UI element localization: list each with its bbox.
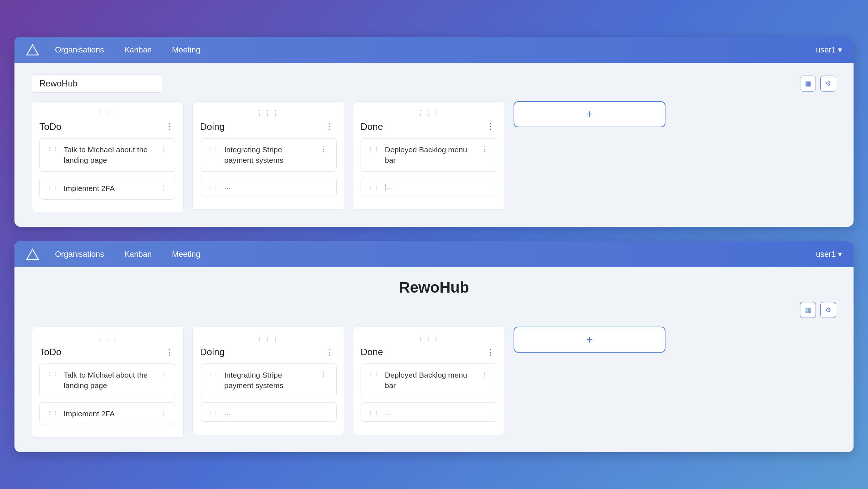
card-doing-2-1: ⋮⋮ Integrating Stripe payment systems ⋮ [200, 363, 337, 397]
nav-meeting[interactable]: Meeting [168, 42, 205, 58]
gear-icon: ⚙ [825, 306, 831, 314]
card-drag-handle[interactable]: ⋮⋮ [368, 408, 380, 416]
card-drag-handle[interactable]: ⋮⋮ [47, 370, 59, 377]
card-drag-handle[interactable]: ⋮⋮ [47, 183, 59, 190]
card-doing-1: ⋮⋮ Integrating Stripe payment systems ⋮ [200, 138, 337, 172]
add-column-button[interactable]: + [514, 101, 665, 127]
triangle-icon [26, 43, 39, 56]
card-text: Deployed Backlog menu bar [385, 144, 474, 166]
card-drag-handle[interactable]: ⋮⋮ [368, 183, 380, 190]
card-menu-button[interactable]: ⋮ [158, 408, 169, 418]
nav-organisations-2[interactable]: Organisations [51, 247, 109, 262]
column-drag-handle[interactable]: ⋮⋮⋮ [39, 109, 176, 117]
card-todo-2: ⋮⋮ Implement 2FA ⋮ [39, 177, 176, 200]
card-new-input[interactable] [385, 182, 490, 191]
column-title-todo-2: ToDo [39, 346, 61, 358]
board-header-2: RewoHub [32, 279, 836, 296]
card-drag-handle[interactable]: ⋮⋮ [208, 408, 219, 416]
logo [26, 248, 39, 261]
card-done-2-1: ⋮⋮ Deployed Backlog menu bar ⋮ [361, 363, 497, 397]
column-drag-handle[interactable]: ⋮⋮⋮ [39, 334, 176, 342]
svg-marker-0 [27, 45, 38, 55]
main-content-2: RewoHub ▦ ⚙ ⋮⋮⋮ ToDo ⋮ ⋮⋮ Talk [14, 267, 854, 452]
card-todo-2-2: ⋮⋮ Implement 2FA ⋮ [39, 402, 176, 425]
card-menu-button[interactable]: ⋮ [479, 370, 490, 379]
column-header-done: Done ⋮ [361, 121, 497, 132]
column-todo-2: ⋮⋮⋮ ToDo ⋮ ⋮⋮ Talk to Michael about the … [32, 327, 184, 438]
card-menu-button[interactable]: ⋮ [318, 370, 329, 379]
grid-view-button-2[interactable]: ▦ [800, 302, 816, 318]
card-menu-button[interactable]: ⋮ [318, 144, 329, 154]
card-menu-button[interactable]: ⋮ [158, 144, 169, 154]
column-done-2: ⋮⋮⋮ Done ⋮ ⋮⋮ Deployed Backlog menu bar … [353, 327, 505, 435]
card-menu-button[interactable]: ⋮ [158, 183, 169, 192]
column-menu-todo-2[interactable]: ⋮ [162, 347, 176, 358]
column-menu-doing[interactable]: ⋮ [323, 121, 337, 132]
board-header-1: ▦ ⚙ [32, 75, 836, 93]
nav-meeting-2[interactable]: Meeting [168, 247, 205, 262]
column-title-todo: ToDo [39, 121, 61, 132]
grid-view-button[interactable]: ▦ [800, 76, 816, 92]
card-drag-handle[interactable]: ⋮⋮ [368, 370, 380, 377]
settings-button-2[interactable]: ⚙ [820, 302, 836, 318]
board-title-heading: RewoHub [32, 279, 836, 296]
user-menu[interactable]: user1 ▾ [816, 45, 842, 55]
column-title-done: Done [361, 121, 383, 132]
column-header-todo: ToDo ⋮ [39, 121, 176, 132]
columns-container-1: ⋮⋮⋮ ToDo ⋮ ⋮⋮ Talk to Michael about the … [32, 101, 836, 212]
card-input-done-2: ⋮⋮ [361, 402, 497, 422]
column-drag-handle[interactable]: ⋮⋮⋮ [361, 334, 497, 342]
card-todo-1: ⋮⋮ Talk to Michael about the landing pag… [39, 138, 176, 172]
card-new-input[interactable] [224, 408, 329, 416]
add-column-button-2[interactable]: + [514, 327, 665, 353]
settings-button[interactable]: ⚙ [820, 76, 836, 92]
card-text: Implement 2FA [64, 408, 153, 419]
column-done-1: ⋮⋮⋮ Done ⋮ ⋮⋮ Deployed Backlog menu bar … [353, 101, 505, 210]
card-drag-handle[interactable]: ⋮⋮ [208, 183, 219, 190]
card-drag-handle[interactable]: ⋮⋮ [208, 144, 219, 152]
card-menu-button[interactable]: ⋮ [158, 370, 169, 379]
column-header-doing-2: Doing ⋮ [200, 346, 337, 358]
card-drag-handle[interactable]: ⋮⋮ [47, 144, 59, 152]
card-text: Talk to Michael about the landing page [64, 144, 153, 166]
card-input-done: ⋮⋮ [361, 177, 497, 196]
column-header-doing: Doing ⋮ [200, 121, 337, 132]
card-new-input[interactable] [224, 182, 329, 191]
column-menu-todo[interactable]: ⋮ [162, 121, 176, 132]
board-toolbar: ▦ ⚙ [800, 76, 836, 92]
chevron-down-icon: ▾ [838, 45, 842, 55]
column-doing-2: ⋮⋮⋮ Doing ⋮ ⋮⋮ Integrating Stripe paymen… [192, 327, 344, 435]
board-title-input[interactable] [32, 75, 162, 93]
logo [26, 43, 39, 56]
grid-icon: ▦ [805, 306, 811, 314]
card-text: Deployed Backlog menu bar [385, 370, 474, 391]
card-new-input[interactable] [385, 408, 490, 416]
grid-icon: ▦ [805, 80, 811, 88]
column-menu-doing-2[interactable]: ⋮ [323, 347, 337, 358]
app-window-1: Organisations Kanban Meeting user1 ▾ ▦ ⚙ [14, 37, 854, 227]
column-menu-done-2[interactable]: ⋮ [484, 347, 497, 358]
svg-marker-1 [27, 249, 38, 259]
card-drag-handle[interactable]: ⋮⋮ [47, 408, 59, 416]
card-done-1: ⋮⋮ Deployed Backlog menu bar ⋮ [361, 138, 497, 172]
nav-organisations[interactable]: Organisations [51, 42, 109, 58]
card-input-doing: ⋮⋮ [200, 177, 337, 196]
column-menu-done[interactable]: ⋮ [484, 121, 497, 132]
column-todo-1: ⋮⋮⋮ ToDo ⋮ ⋮⋮ Talk to Michael about the … [32, 101, 184, 212]
column-header-done-2: Done ⋮ [361, 346, 497, 358]
column-drag-handle[interactable]: ⋮⋮⋮ [361, 109, 497, 117]
card-text: Talk to Michael about the landing page [64, 370, 153, 391]
column-drag-handle[interactable]: ⋮⋮⋮ [200, 109, 337, 117]
nav-kanban-2[interactable]: Kanban [120, 247, 156, 262]
user-menu-2[interactable]: user1 ▾ [816, 250, 842, 259]
card-drag-handle[interactable]: ⋮⋮ [368, 144, 380, 152]
nav-kanban[interactable]: Kanban [120, 42, 156, 58]
gear-icon: ⚙ [825, 80, 831, 88]
card-menu-button[interactable]: ⋮ [479, 144, 490, 154]
column-drag-handle[interactable]: ⋮⋮⋮ [200, 334, 337, 342]
column-title-doing: Doing [200, 121, 225, 132]
card-text: Implement 2FA [64, 183, 153, 194]
column-header-todo-2: ToDo ⋮ [39, 346, 176, 358]
triangle-icon [26, 248, 39, 261]
card-drag-handle[interactable]: ⋮⋮ [208, 370, 219, 377]
